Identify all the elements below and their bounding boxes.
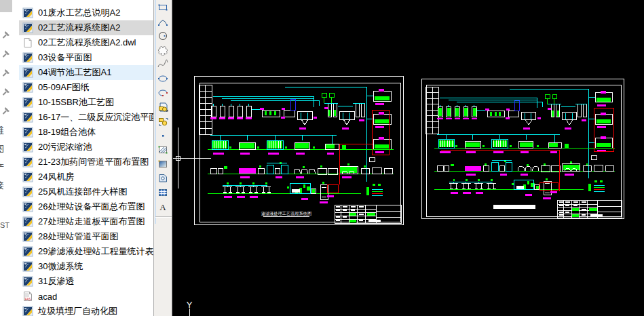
pin-icon[interactable] <box>1 30 11 39</box>
list-item-label: 16-17一、二级反应沉淀池平面图 <box>38 111 153 123</box>
list-item-label: 01废水工艺总说明A2 <box>38 7 120 19</box>
list-item-label: 31反渗透 <box>38 275 74 288</box>
list-item[interactable]: 05-09AF图纸 <box>19 80 153 95</box>
list-item[interactable]: 25风机连接部件大样图 <box>19 184 153 199</box>
toolbar-divider <box>155 216 172 217</box>
crosshair-cursor <box>173 127 211 189</box>
partial-text: 接 <box>0 180 10 192</box>
list-item-label: 25风机连接部件大样图 <box>38 186 127 198</box>
pin-icon[interactable] <box>1 87 11 96</box>
partial-text: 产 <box>0 161 10 174</box>
dwg-file-icon <box>22 112 33 123</box>
dwg-file-icon <box>22 52 33 63</box>
dwg-file-icon <box>22 216 33 227</box>
list-item[interactable]: 24风机房 <box>19 170 153 184</box>
spline-tool-icon[interactable] <box>154 57 172 71</box>
point-tool-icon[interactable] <box>154 128 172 142</box>
draw-toolbar: A <box>153 0 172 316</box>
insert-block-tool-icon[interactable] <box>154 100 172 114</box>
make-block-tool-icon[interactable] <box>154 114 172 128</box>
pin-icon[interactable] <box>1 49 11 58</box>
dwg-file-icon <box>22 142 33 153</box>
arc-tool-icon[interactable] <box>154 14 172 28</box>
list-item[interactable]: 27处理站走道板平面布置图 <box>19 214 153 229</box>
sheet-right-drawing <box>421 79 624 219</box>
dwg-file-icon <box>22 22 33 33</box>
pin-icon[interactable] <box>1 106 11 115</box>
list-item-label: 28处理站管道平面图 <box>38 231 118 243</box>
multiline-text-tool-icon[interactable]: A <box>154 199 172 214</box>
sheet-left-drawing: 渗滤液处理工艺流程系统图 <box>194 76 403 224</box>
dwg-file-icon <box>22 7 33 18</box>
list-item-label: 04调节池工艺图A1 <box>38 66 111 79</box>
list-item[interactable]: 28处理站管道平面图 <box>19 229 153 244</box>
ellipse-arc-tool-icon[interactable] <box>154 85 172 100</box>
list-item[interactable]: 02工艺流程系统图A2 <box>19 20 153 35</box>
list-item[interactable]: 20污泥浓缩池 <box>19 140 153 155</box>
list-item-label: 02工艺流程系统图A2 <box>38 22 120 34</box>
gradient-tool-icon[interactable] <box>154 157 172 171</box>
dwg-file-icon <box>22 172 33 182</box>
list-item-label: 03设备平面图 <box>38 52 92 64</box>
svg-text:A: A <box>159 202 166 212</box>
dwg-file-icon <box>22 261 33 272</box>
table-tool-icon[interactable] <box>154 185 172 199</box>
pin-icon[interactable] <box>1 68 11 77</box>
file-list-panel: 01废水工艺总说明A202工艺流程系统图A202工艺流程系统图A2.dwl03设… <box>19 0 153 316</box>
dwg-file-icon <box>22 157 33 167</box>
partial-text-st: ST <box>0 221 10 229</box>
list-item-label: 10-15SBR池工艺图 <box>38 96 114 108</box>
list-item-label: 30微滤系统 <box>38 260 83 273</box>
list-item[interactable]: 29渗滤液处理站工程量统计表 <box>19 244 153 259</box>
ellipse-tool-icon[interactable] <box>154 71 172 85</box>
list-item[interactable]: 垃圾填埋厂自动化图 <box>19 304 153 316</box>
list-item-label: 27处理站走道板平面布置图 <box>38 216 145 228</box>
list-item[interactable]: FASacad <box>19 289 153 304</box>
dwg-file-icon <box>22 276 33 287</box>
list-item[interactable]: 10-15SBR池工艺图 <box>19 95 153 110</box>
dwg-file-icon <box>22 127 33 138</box>
svg-text:FAS: FAS <box>25 298 31 301</box>
rectangle-tool-icon[interactable] <box>154 0 172 14</box>
fas-file-icon: FAS <box>22 291 33 302</box>
partial-text: 图 <box>0 143 10 155</box>
revision-cloud-tool-icon[interactable] <box>154 43 172 57</box>
circle-tool-icon[interactable] <box>154 28 172 43</box>
list-item[interactable]: 26处理站设备平面总布置图 <box>19 199 153 214</box>
list-item[interactable]: 01废水工艺总说明A2 <box>19 5 153 20</box>
list-item-label: 20污泥浓缩池 <box>38 141 92 153</box>
dwg-file-icon <box>22 82 33 93</box>
ucs-y-label: Y <box>187 300 193 310</box>
region-tool-icon[interactable] <box>154 171 172 185</box>
drawing-canvas[interactable]: 渗滤液处理工艺流程系统图 Y <box>172 0 644 316</box>
list-item[interactable]: 30微滤系统 <box>19 259 153 274</box>
list-item-label: 05-09AF图纸 <box>38 81 90 94</box>
dwg-file-icon <box>22 186 33 197</box>
ucs-icon: Y <box>187 300 193 316</box>
list-item-label: 21-23加药间管道平面布置图（01 <box>38 156 153 168</box>
scrollbar-fragment[interactable] <box>0 0 12 12</box>
dwl-file-icon <box>22 37 33 48</box>
list-item-label: 26处理站设备平面总布置图 <box>38 201 145 213</box>
dwg-file-icon <box>22 67 33 78</box>
list-item[interactable]: 16-17一、二级反应沉淀池平面图 <box>19 110 153 125</box>
dwg-file-icon <box>22 97 33 108</box>
dwg-file-icon <box>22 246 33 257</box>
list-item[interactable]: 31反渗透 <box>19 274 153 289</box>
app-window: 维图产接 ST 01废水工艺总说明A202工艺流程系统图A202工艺流程系统图A… <box>0 0 644 316</box>
list-item-label: 29渗滤液处理站工程量统计表 <box>38 245 153 258</box>
list-item[interactable]: 02工艺流程系统图A2.dwl <box>19 35 153 50</box>
list-item[interactable]: 18-19组合池体 <box>19 125 153 140</box>
list-item[interactable]: 04调节池工艺图A1 <box>19 65 153 80</box>
list-item[interactable]: 21-23加药间管道平面布置图（01 <box>19 155 153 170</box>
list-item[interactable]: 03设备平面图 <box>19 50 153 65</box>
list-item-label: acad <box>38 292 57 302</box>
dwg-file-icon <box>22 306 33 316</box>
list-item-label: 垃圾填埋厂自动化图 <box>38 305 117 316</box>
svg-text:渗滤液处理工艺流程系统图: 渗滤液处理工艺流程系统图 <box>261 211 311 216</box>
list-item-label: 18-19组合池体 <box>38 126 96 138</box>
hatch-tool-icon[interactable] <box>154 142 172 157</box>
list-item-label: 24风机房 <box>38 171 74 183</box>
background-window-edge: 维图产接 ST <box>0 0 20 316</box>
dwg-file-icon <box>22 231 33 242</box>
